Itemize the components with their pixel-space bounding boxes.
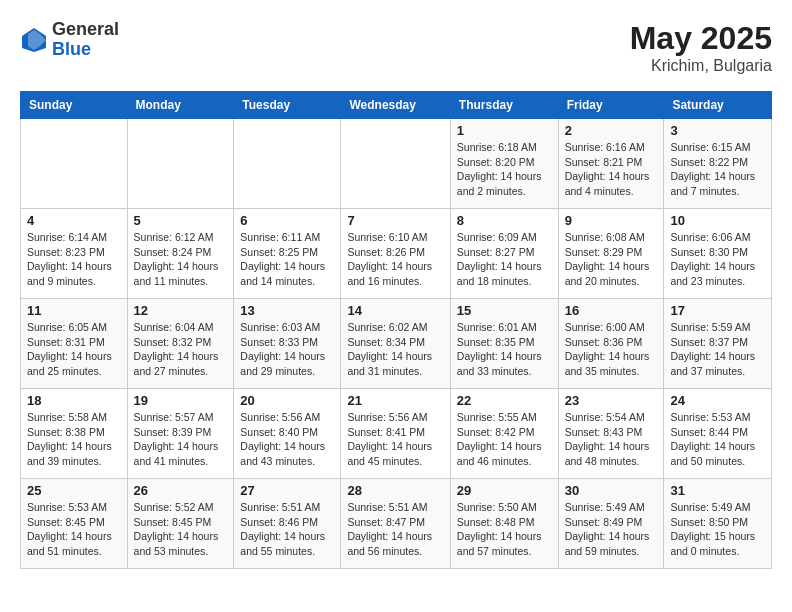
day-number: 4 [27,213,121,228]
day-number: 30 [565,483,658,498]
day-number: 5 [134,213,228,228]
day-info: Sunrise: 6:00 AM Sunset: 8:36 PM Dayligh… [565,320,658,379]
day-info: Sunrise: 6:02 AM Sunset: 8:34 PM Dayligh… [347,320,443,379]
day-number: 26 [134,483,228,498]
day-info: Sunrise: 5:54 AM Sunset: 8:43 PM Dayligh… [565,410,658,469]
day-number: 7 [347,213,443,228]
day-info: Sunrise: 6:18 AM Sunset: 8:20 PM Dayligh… [457,140,552,199]
weekday-header-saturday: Saturday [664,92,772,119]
day-info: Sunrise: 5:56 AM Sunset: 8:41 PM Dayligh… [347,410,443,469]
weekday-header-monday: Monday [127,92,234,119]
calendar-subtitle: Krichim, Bulgaria [630,57,772,75]
day-number: 31 [670,483,765,498]
day-info: Sunrise: 6:01 AM Sunset: 8:35 PM Dayligh… [457,320,552,379]
calendar-header: SundayMondayTuesdayWednesdayThursdayFrid… [21,92,772,119]
day-info: Sunrise: 5:51 AM Sunset: 8:47 PM Dayligh… [347,500,443,559]
day-info: Sunrise: 5:50 AM Sunset: 8:48 PM Dayligh… [457,500,552,559]
calendar-cell: 17Sunrise: 5:59 AM Sunset: 8:37 PM Dayli… [664,299,772,389]
day-info: Sunrise: 5:55 AM Sunset: 8:42 PM Dayligh… [457,410,552,469]
day-number: 8 [457,213,552,228]
calendar-cell: 11Sunrise: 6:05 AM Sunset: 8:31 PM Dayli… [21,299,128,389]
calendar-cell: 21Sunrise: 5:56 AM Sunset: 8:41 PM Dayli… [341,389,450,479]
day-info: Sunrise: 5:51 AM Sunset: 8:46 PM Dayligh… [240,500,334,559]
calendar-table: SundayMondayTuesdayWednesdayThursdayFrid… [20,91,772,569]
day-info: Sunrise: 6:05 AM Sunset: 8:31 PM Dayligh… [27,320,121,379]
weekday-header-wednesday: Wednesday [341,92,450,119]
weekday-header-thursday: Thursday [450,92,558,119]
calendar-cell: 2Sunrise: 6:16 AM Sunset: 8:21 PM Daylig… [558,119,664,209]
calendar-cell: 8Sunrise: 6:09 AM Sunset: 8:27 PM Daylig… [450,209,558,299]
day-number: 3 [670,123,765,138]
day-number: 12 [134,303,228,318]
day-number: 22 [457,393,552,408]
day-info: Sunrise: 6:16 AM Sunset: 8:21 PM Dayligh… [565,140,658,199]
calendar-cell [21,119,128,209]
day-number: 2 [565,123,658,138]
day-info: Sunrise: 5:52 AM Sunset: 8:45 PM Dayligh… [134,500,228,559]
day-number: 27 [240,483,334,498]
weekday-header-tuesday: Tuesday [234,92,341,119]
calendar-cell: 15Sunrise: 6:01 AM Sunset: 8:35 PM Dayli… [450,299,558,389]
day-info: Sunrise: 6:15 AM Sunset: 8:22 PM Dayligh… [670,140,765,199]
day-number: 6 [240,213,334,228]
calendar-cell: 10Sunrise: 6:06 AM Sunset: 8:30 PM Dayli… [664,209,772,299]
logo: General Blue [20,20,119,60]
calendar-cell: 30Sunrise: 5:49 AM Sunset: 8:49 PM Dayli… [558,479,664,569]
day-number: 16 [565,303,658,318]
calendar-cell: 29Sunrise: 5:50 AM Sunset: 8:48 PM Dayli… [450,479,558,569]
calendar-cell: 9Sunrise: 6:08 AM Sunset: 8:29 PM Daylig… [558,209,664,299]
page-header: General Blue May 2025 Krichim, Bulgaria [20,20,772,75]
calendar-week-4: 18Sunrise: 5:58 AM Sunset: 8:38 PM Dayli… [21,389,772,479]
calendar-cell: 24Sunrise: 5:53 AM Sunset: 8:44 PM Dayli… [664,389,772,479]
calendar-cell: 27Sunrise: 5:51 AM Sunset: 8:46 PM Dayli… [234,479,341,569]
day-info: Sunrise: 6:08 AM Sunset: 8:29 PM Dayligh… [565,230,658,289]
day-info: Sunrise: 5:49 AM Sunset: 8:50 PM Dayligh… [670,500,765,559]
day-info: Sunrise: 5:57 AM Sunset: 8:39 PM Dayligh… [134,410,228,469]
calendar-cell: 1Sunrise: 6:18 AM Sunset: 8:20 PM Daylig… [450,119,558,209]
calendar-cell: 28Sunrise: 5:51 AM Sunset: 8:47 PM Dayli… [341,479,450,569]
day-number: 18 [27,393,121,408]
calendar-cell: 26Sunrise: 5:52 AM Sunset: 8:45 PM Dayli… [127,479,234,569]
calendar-cell: 16Sunrise: 6:00 AM Sunset: 8:36 PM Dayli… [558,299,664,389]
day-info: Sunrise: 6:04 AM Sunset: 8:32 PM Dayligh… [134,320,228,379]
day-number: 25 [27,483,121,498]
weekday-header-sunday: Sunday [21,92,128,119]
day-info: Sunrise: 6:03 AM Sunset: 8:33 PM Dayligh… [240,320,334,379]
day-info: Sunrise: 5:49 AM Sunset: 8:49 PM Dayligh… [565,500,658,559]
day-info: Sunrise: 5:56 AM Sunset: 8:40 PM Dayligh… [240,410,334,469]
calendar-cell: 6Sunrise: 6:11 AM Sunset: 8:25 PM Daylig… [234,209,341,299]
calendar-title: May 2025 [630,20,772,57]
day-number: 20 [240,393,334,408]
calendar-cell: 14Sunrise: 6:02 AM Sunset: 8:34 PM Dayli… [341,299,450,389]
day-info: Sunrise: 6:14 AM Sunset: 8:23 PM Dayligh… [27,230,121,289]
day-info: Sunrise: 6:12 AM Sunset: 8:24 PM Dayligh… [134,230,228,289]
day-info: Sunrise: 6:06 AM Sunset: 8:30 PM Dayligh… [670,230,765,289]
day-info: Sunrise: 5:53 AM Sunset: 8:45 PM Dayligh… [27,500,121,559]
day-number: 29 [457,483,552,498]
day-number: 28 [347,483,443,498]
calendar-cell: 25Sunrise: 5:53 AM Sunset: 8:45 PM Dayli… [21,479,128,569]
weekday-header-friday: Friday [558,92,664,119]
day-info: Sunrise: 6:10 AM Sunset: 8:26 PM Dayligh… [347,230,443,289]
logo-icon [20,26,48,54]
calendar-cell [234,119,341,209]
day-number: 10 [670,213,765,228]
day-number: 15 [457,303,552,318]
calendar-week-1: 1Sunrise: 6:18 AM Sunset: 8:20 PM Daylig… [21,119,772,209]
day-number: 24 [670,393,765,408]
calendar-cell [127,119,234,209]
calendar-cell: 18Sunrise: 5:58 AM Sunset: 8:38 PM Dayli… [21,389,128,479]
day-number: 1 [457,123,552,138]
calendar-cell: 3Sunrise: 6:15 AM Sunset: 8:22 PM Daylig… [664,119,772,209]
calendar-cell: 23Sunrise: 5:54 AM Sunset: 8:43 PM Dayli… [558,389,664,479]
day-info: Sunrise: 5:58 AM Sunset: 8:38 PM Dayligh… [27,410,121,469]
calendar-cell [341,119,450,209]
day-number: 14 [347,303,443,318]
day-number: 19 [134,393,228,408]
day-info: Sunrise: 5:53 AM Sunset: 8:44 PM Dayligh… [670,410,765,469]
weekday-header-row: SundayMondayTuesdayWednesdayThursdayFrid… [21,92,772,119]
day-number: 9 [565,213,658,228]
calendar-body: 1Sunrise: 6:18 AM Sunset: 8:20 PM Daylig… [21,119,772,569]
calendar-cell: 22Sunrise: 5:55 AM Sunset: 8:42 PM Dayli… [450,389,558,479]
calendar-cell: 5Sunrise: 6:12 AM Sunset: 8:24 PM Daylig… [127,209,234,299]
